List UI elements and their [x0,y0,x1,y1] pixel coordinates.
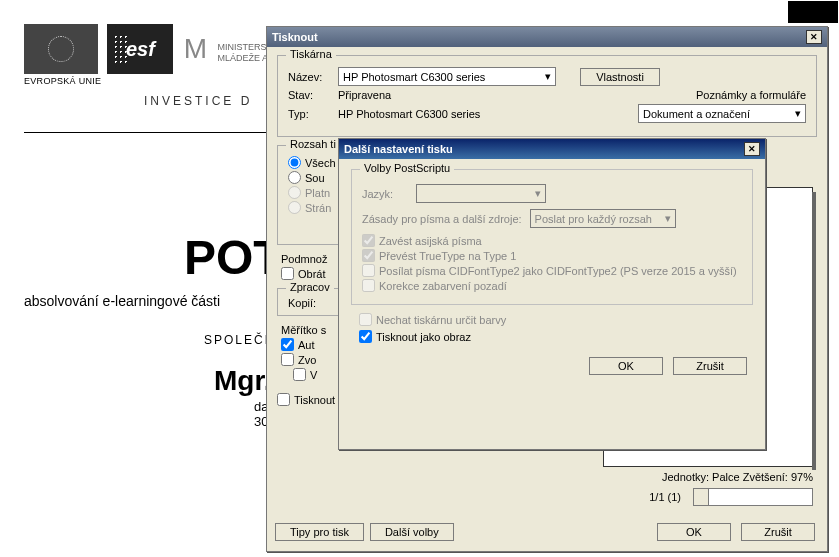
page-indicator: 1/1 (1) [649,491,681,503]
print-dialog-title: Tisknout [272,31,318,43]
handle-group: Zpracov Kopií: [277,288,347,316]
tips-button[interactable]: Tipy pro tisk [275,523,364,541]
range-group: Rozsah ti Všech Sou Platn Strán [277,145,347,245]
printer-type-label: Typ: [288,108,338,120]
close-icon[interactable]: ✕ [806,30,822,44]
properties-button[interactable]: Vlastnosti [580,68,660,86]
print-titlebar[interactable]: Tisknout ✕ [267,27,827,47]
printer-colors-check: Nechat tiskárnu určit barvy [359,313,753,326]
range-pages-radio[interactable]: Strán [288,201,336,214]
lang-label: Jazyk: [362,188,408,200]
range-valid-radio[interactable]: Platn [288,186,336,199]
bg-correction-check: Korekce zabarvení pozadí [362,279,742,292]
copies-label: Kopií: [288,297,336,309]
subset-label: Podmnož [281,253,347,265]
truetype-check: Převést TrueType na Type 1 [362,249,742,262]
handle-group-title: Zpracov [286,281,334,293]
ministry-logo: M [179,24,211,74]
more-options-button[interactable]: Další volby [370,523,454,541]
eu-label: EVROPSKÁ UNIE [24,76,101,86]
page-slider[interactable] [693,488,813,506]
policy-label: Zásady pro písma a další zdroje: [362,213,522,225]
range-all-radio[interactable]: Všech [288,156,336,169]
adv-dialog-title: Další nastavení tisku [344,143,453,155]
notes-select[interactable]: Dokument a označení▾ [638,104,806,123]
printer-type-value: HP Photosmart C6300 series [338,108,480,120]
printer-state-label: Stav: [288,89,338,101]
ok-button[interactable]: OK [657,523,731,541]
postscript-group: Volby PostScriptu Jazyk: ▾ Zásady pro pí… [351,169,753,305]
notes-label: Poznámky a formuláře [696,89,806,101]
units-label: Jednotky: Palce Zvětšení: 97% [662,471,813,483]
advanced-settings-dialog: Další nastavení tisku ✕ Volby PostScript… [338,138,766,450]
auto-check[interactable]: Aut [281,338,347,351]
adv-cancel-button[interactable]: Zrušit [673,357,747,375]
asian-fonts-check: Zavést asijská písma [362,234,742,247]
chevron-down-icon: ▾ [535,187,541,200]
chevron-down-icon: ▾ [545,70,551,83]
eu-flag-logo [24,24,98,74]
esf-logo: esf [107,24,173,74]
reverse-check[interactable]: Obrát [281,267,347,280]
ps-group-title: Volby PostScriptu [360,162,454,174]
chevron-down-icon: ▾ [795,107,801,120]
cancel-button[interactable]: Zrušit [741,523,815,541]
zvo-check[interactable]: Zvo [281,353,347,366]
print-as-image-check[interactable]: Tisknout jako obraz [359,330,753,343]
printer-name-label: Název: [288,71,338,83]
policy-select: Poslat pro každý rozsah▾ [530,209,676,228]
lang-select: ▾ [416,184,546,203]
cid-check: Posílat písma CIDFontType2 jako CIDFontT… [362,264,742,277]
range-group-title: Rozsah ti [286,138,340,150]
scale-label: Měřítko s [281,324,347,336]
close-icon[interactable]: ✕ [744,142,760,156]
printer-state-value: Připravena [338,89,391,101]
printer-group: Tiskárna Název: HP Photosmart C6300 seri… [277,55,817,137]
adv-titlebar[interactable]: Další nastavení tisku ✕ [339,139,765,159]
adv-ok-button[interactable]: OK [589,357,663,375]
printer-name-select[interactable]: HP Photosmart C6300 series▾ [338,67,556,86]
chevron-down-icon: ▾ [665,212,671,225]
range-current-radio[interactable]: Sou [288,171,336,184]
printer-group-title: Tiskárna [286,48,336,60]
